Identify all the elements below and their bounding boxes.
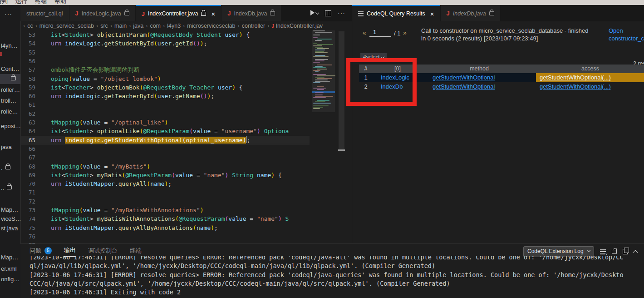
- query-status-line1: Call to constructor on micro_service_sec…: [421, 27, 603, 35]
- breadcrumb-item[interactable]: java: [133, 23, 143, 29]
- page-prev-button[interactable]: «: [363, 29, 366, 36]
- tab-label: IndexLogic.java: [82, 10, 121, 17]
- open-query-link-line1[interactable]: Open: [609, 27, 644, 35]
- editor-tab[interactable]: JIndexDb.java: [441, 5, 500, 21]
- result-access-link[interactable]: getStudentWithOptional(...): [540, 83, 611, 90]
- editor-tab[interactable]: JIndexDb.java: [221, 5, 281, 21]
- java-file-icon: J: [227, 10, 231, 17]
- sidebar-file-label: eposi…: [1, 123, 20, 129]
- open-output-in-editor-icon[interactable]: [623, 249, 628, 254]
- sidebar-file-item[interactable]: [0, 74, 20, 84]
- breadcrumb-item[interactable]: l4yn3: [167, 23, 181, 29]
- code-editor[interactable]: 5354555657585960616263646566676869707172…: [21, 30, 345, 243]
- sidebar-file-item[interactable]: rolle…: [0, 107, 20, 117]
- result-access-link[interactable]: getStudentWithOptional(...): [540, 74, 611, 81]
- java-file-icon: J: [75, 10, 79, 17]
- line-number: 72: [21, 197, 35, 206]
- breadcrumb-item[interactable]: micro_service_seclab: [39, 23, 94, 29]
- code-token: >: [90, 84, 97, 91]
- result-method-link[interactable]: getStudentWithOptional: [433, 74, 495, 81]
- sidebar-file-label: ..: [1, 184, 4, 191]
- page-number-input[interactable]: 1: [369, 29, 391, 37]
- clear-output-icon[interactable]: [600, 249, 606, 254]
- sidebar-file-item[interactable]: eposi…: [0, 121, 20, 131]
- panel-tab[interactable]: 输出: [64, 246, 76, 257]
- close-icon[interactable]: ×: [211, 10, 215, 17]
- breadcrumb-item[interactable]: microserviceseclab: [187, 23, 235, 29]
- sidebar-file-item[interactable]: Map…: [0, 205, 20, 215]
- panel-tab[interactable]: 终端: [130, 246, 142, 257]
- minimap-line: [313, 88, 326, 89]
- result-method-link[interactable]: getStudentWithOptional: [433, 83, 495, 90]
- open-query-link[interactable]: Open constructor_ca: [609, 27, 644, 42]
- sidebar-file-item[interactable]: roller…: [0, 85, 20, 95]
- code-token: user: [225, 31, 239, 38]
- code-token: tMapping: [51, 119, 79, 126]
- scrollbar-slider[interactable]: [339, 31, 344, 150]
- panel-tab[interactable]: 调试控制台: [88, 246, 118, 257]
- sidebar-file-item[interactable]: Map…: [0, 253, 20, 263]
- code-token: "username": [221, 128, 257, 134]
- line-number: 59: [21, 83, 35, 92]
- code-token: ist: [51, 128, 61, 134]
- minimap-line: [317, 78, 332, 79]
- editor-scrollbar[interactable]: [338, 30, 345, 243]
- unlock-icon[interactable]: [612, 250, 617, 254]
- menu-item[interactable]: 运行: [15, 0, 27, 5]
- code-token: [282, 215, 285, 222]
- breadcrumb-item[interactable]: cc: [27, 23, 33, 29]
- sidebar-file-item[interactable]: java: [0, 142, 20, 152]
- code-token: (: [140, 84, 143, 91]
- more-actions-icon[interactable]: ···: [5, 10, 12, 18]
- code-token: getStudentById: [104, 40, 154, 47]
- minimap[interactable]: [312, 30, 335, 121]
- open-query-link-line2[interactable]: constructor_ca: [609, 35, 644, 42]
- sidebar-file-item[interactable]: viceS…: [0, 214, 20, 224]
- sidebar-file-item[interactable]: er.xml: [0, 264, 20, 274]
- code-token: .: [115, 180, 118, 187]
- sidebar-file-item[interactable]: st.java: [0, 224, 20, 233]
- sidebar-file-item[interactable]: troll…: [0, 96, 20, 106]
- breadcrumb[interactable]: ›cc›micro_service_seclab›src›main›java›c…: [21, 21, 351, 30]
- sidebar-file-item[interactable]: onfig…: [0, 274, 20, 284]
- code-token: (): [200, 93, 207, 99]
- editor-tab[interactable]: JIndexController.java×: [136, 5, 221, 21]
- minimap-line: [317, 69, 327, 70]
- panel-tab[interactable]: 问题5: [29, 246, 52, 257]
- code-token: >: [90, 31, 97, 38]
- minimap-line: [315, 92, 324, 93]
- more-actions-icon[interactable]: ···: [338, 10, 345, 17]
- code-token: [253, 172, 257, 179]
- minimap-line: [315, 32, 332, 33]
- editor-tab[interactable]: CodeQL Query Results×: [352, 5, 440, 21]
- breadcrumb-item[interactable]: controller: [242, 23, 265, 29]
- code-line: urn indexLogic.getStudentWithOptional(op…: [51, 136, 250, 144]
- code-token: =: [193, 172, 203, 179]
- menu-item[interactable]: 终端: [35, 0, 47, 5]
- breadcrumb-file[interactable]: IndexController.jav: [275, 23, 323, 29]
- log-line: [2023-10-06 17:46:31] [ERROR] resolve qu…: [29, 256, 644, 262]
- maximize-panel-icon[interactable]: [633, 250, 638, 255]
- sidebar-file-item[interactable]: ..: [0, 183, 20, 193]
- split-editor-icon[interactable]: [325, 10, 331, 16]
- page-next-button[interactable]: »: [403, 29, 407, 36]
- close-icon[interactable]: ×: [430, 10, 434, 17]
- breadcrumb-item[interactable]: src: [100, 23, 108, 29]
- sidebar-file-item[interactable]: .: [0, 163, 20, 173]
- code-token: ): [200, 207, 204, 214]
- breadcrumb-item[interactable]: main: [114, 23, 127, 29]
- scrollbar-handle[interactable]: [338, 149, 345, 151]
- menu-item[interactable]: 帮助: [54, 0, 66, 5]
- editor-tab[interactable]: JIndexLogic.java: [69, 5, 135, 21]
- breadcrumb-item[interactable]: com: [150, 23, 161, 29]
- sidebar-file-item[interactable]: l4yn…: [0, 41, 20, 51]
- run-button[interactable]: [310, 9, 319, 17]
- editor-tab[interactable]: structor_call.ql: [20, 5, 69, 21]
- log-line: CCC/ql/java/ql/src/qlpack.yml', '/home/j…: [29, 279, 644, 288]
- menu-item[interactable]: 转到: [0, 0, 8, 5]
- annotation-red-box: [346, 58, 417, 106]
- sidebar-file-item[interactable]: Cont…: [0, 64, 20, 74]
- tab-label: IndexDb.java: [453, 10, 486, 17]
- code-token: Student: [65, 215, 90, 222]
- code-token: Student: [65, 128, 90, 134]
